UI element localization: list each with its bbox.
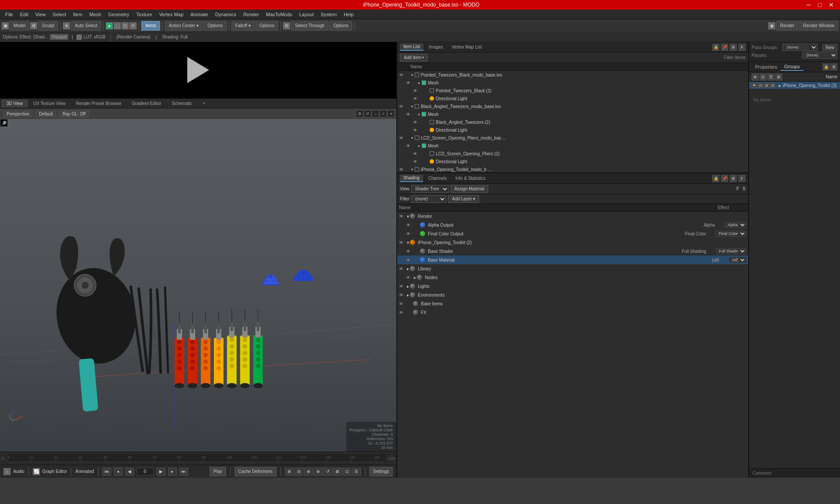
falloff-button[interactable]: Falloff ▾ <box>231 21 255 31</box>
items-button[interactable]: Items <box>141 21 160 31</box>
shader-row-alpha[interactable]: Alpha Output Alpha Alpha <box>397 220 748 229</box>
item-row-4[interactable]: Directional Light <box>397 94 748 102</box>
icon-v4[interactable]: ⟳ <box>130 22 136 29</box>
t-icon-3[interactable]: ⊕ <box>304 468 313 476</box>
final-color-select[interactable]: Final Color <box>716 231 746 237</box>
visibility-1[interactable] <box>399 74 403 76</box>
item-row-10[interactable]: ▸ Mesh <box>397 142 748 150</box>
options-2-button[interactable]: Options <box>256 21 278 31</box>
icon-v1[interactable]: ▸ <box>106 22 113 29</box>
play-button[interactable]: Play <box>210 467 226 476</box>
options-3-button[interactable]: Options <box>329 21 352 31</box>
shader-eye-12[interactable] <box>399 311 403 314</box>
item-row-3[interactable]: Pointed_Tweezers_Black (2) <box>397 87 748 94</box>
view-default-label[interactable]: Default <box>36 111 56 117</box>
menu-edit[interactable]: Edit <box>17 11 32 18</box>
add-layer-button[interactable]: Add Layer ▾ <box>448 195 479 203</box>
toolbar-icon-1[interactable]: ▣ <box>2 22 9 29</box>
t-icon-8[interactable]: ☰ <box>352 468 361 476</box>
menu-animate[interactable]: Animate <box>187 11 211 18</box>
item-row-2[interactable]: ▸ Mesh <box>397 79 748 87</box>
render-window-button[interactable]: Render Window <box>799 21 838 31</box>
view-icon-1[interactable]: ⊕ <box>752 74 759 80</box>
auto-select-icon[interactable]: ⊕ <box>63 22 70 29</box>
shader-eye-8[interactable] <box>406 276 410 279</box>
panel-icon-lock[interactable]: 🔒 <box>712 44 719 51</box>
menu-help[interactable]: Help <box>340 11 357 18</box>
vp-icon-search[interactable]: ⌕ <box>372 110 379 117</box>
vp-icon-expand[interactable]: ⤢ <box>380 110 387 117</box>
shader-eye-4[interactable] <box>399 241 403 244</box>
tab-item-list[interactable]: Item List <box>400 43 424 51</box>
menu-dynamics[interactable]: Dynamics <box>212 11 240 18</box>
menu-maxtomodo[interactable]: MaxToModo <box>262 11 296 18</box>
toggle-1[interactable]: ▾ <box>410 72 415 77</box>
shader-row-nodes[interactable]: ▸ Nodes <box>397 273 748 282</box>
visibility-8[interactable] <box>413 129 417 131</box>
new-button[interactable]: New <box>822 44 837 51</box>
shader-row-environments[interactable]: ▸ Environments <box>397 290 748 299</box>
menu-file[interactable]: File <box>2 11 17 18</box>
tab-gradient-editor[interactable]: Gradient Editor <box>127 100 166 107</box>
tab-images[interactable]: Images <box>425 44 447 50</box>
base-shader-select[interactable]: Full Shading <box>716 248 746 254</box>
tab-properties[interactable]: Properties <box>752 63 780 70</box>
3d-viewport[interactable]: Perspective Default Ray GL: Off ⚙ ↺ ⌕ ⤢ … <box>0 108 396 452</box>
shader-toggle-10[interactable]: ▸ <box>407 293 409 298</box>
toggle-9[interactable]: ▾ <box>410 135 415 140</box>
visibility-3[interactable] <box>413 89 417 92</box>
shader-row-bake-items[interactable]: Bake Items <box>397 299 748 308</box>
tool-icon-7[interactable]: 🔎 <box>0 119 8 127</box>
shader-row-render[interactable]: ▾ Render <box>397 212 748 220</box>
tab-shading[interactable]: Shading <box>400 175 423 182</box>
visibility-6[interactable] <box>406 113 410 116</box>
view-icon-2[interactable]: ⊡ <box>760 74 766 80</box>
prev-frame-button[interactable]: ◂ <box>114 468 122 476</box>
t-icon-2[interactable]: ⊟ <box>294 468 303 476</box>
menu-render[interactable]: Render <box>240 11 262 18</box>
minimize-button[interactable]: ─ <box>804 1 814 8</box>
gi-1[interactable]: 👁 <box>752 83 757 88</box>
options-1-button[interactable]: Options <box>203 21 226 31</box>
shader-row-base-shader[interactable]: Base Shader Full Shading Full Shading <box>397 247 748 256</box>
shader-eye-7[interactable] <box>399 267 403 270</box>
group-toggle-1[interactable]: ▸ <box>779 83 781 88</box>
visibility-10[interactable] <box>406 144 410 147</box>
select-through-button[interactable]: Select Through <box>291 21 329 31</box>
group-item-iphone-toolkit[interactable]: 👁 ⊡ ⊞ ⊟ ▸ iPhone_Opening_Toolkit (3) <box>749 82 840 89</box>
shader-toggle-7[interactable]: ▸ <box>407 266 409 271</box>
shader-eye-2[interactable] <box>406 224 410 226</box>
view-ray-gl-label[interactable]: Ray GL: Off <box>60 111 89 117</box>
play-fwd-button[interactable]: ▶ <box>157 468 165 476</box>
shader-toggle-9[interactable]: ▸ <box>407 284 409 289</box>
panel-icon-settings[interactable]: ⚙ <box>730 44 737 51</box>
item-row-13[interactable]: ▾ iPhone_Opening_Toolkit_modo_b ... <box>397 165 748 172</box>
shader-row-fx[interactable]: FX <box>397 308 748 317</box>
toggle-5[interactable]: ▾ <box>410 104 415 109</box>
alpha-effect-select[interactable]: Alpha <box>724 222 746 228</box>
menu-layout[interactable]: Layout <box>296 11 317 18</box>
toggle-2[interactable]: ▸ <box>416 80 422 85</box>
visibility-12[interactable] <box>413 160 417 163</box>
shader-toggle-1[interactable]: ▾ <box>407 214 409 219</box>
groups-tree[interactable]: 👁 ⊡ ⊞ ⊟ ▸ iPhone_Opening_Toolkit (3) No … <box>749 82 840 468</box>
t-icon-7[interactable]: ⊡ <box>343 468 351 476</box>
menu-view[interactable]: View <box>32 11 49 18</box>
tab-vertex-map-list[interactable]: Vertex Map List <box>448 44 486 50</box>
icon-v3[interactable]: ⊡ <box>122 22 129 29</box>
tab-info-statistics[interactable]: Info & Statistics <box>452 175 489 182</box>
item-row-9[interactable]: ▾ LCD_Screen_Opening_Pliers_modo_bas ... <box>397 134 748 142</box>
goto-end-button[interactable]: ⏭ <box>179 468 188 476</box>
shading-icon-lock[interactable]: 🔒 <box>712 175 719 182</box>
visibility-4[interactable] <box>413 97 417 100</box>
shader-row-lights[interactable]: ▸ Lights <box>397 282 748 290</box>
t-icon-1[interactable]: ⊞ <box>285 468 294 476</box>
tab-channels[interactable]: Channels <box>425 175 450 182</box>
goto-start-button[interactable]: ⏮ <box>102 468 111 476</box>
t-icon-5[interactable]: ↺ <box>323 468 332 476</box>
tab-add[interactable]: + <box>198 100 210 107</box>
shading-icon-settings[interactable]: ⚙ <box>730 175 737 182</box>
view-select[interactable]: Shader Tree <box>411 185 449 193</box>
filter-select[interactable]: (none) <box>411 195 446 203</box>
select-icon[interactable]: ⊞ <box>283 22 290 29</box>
